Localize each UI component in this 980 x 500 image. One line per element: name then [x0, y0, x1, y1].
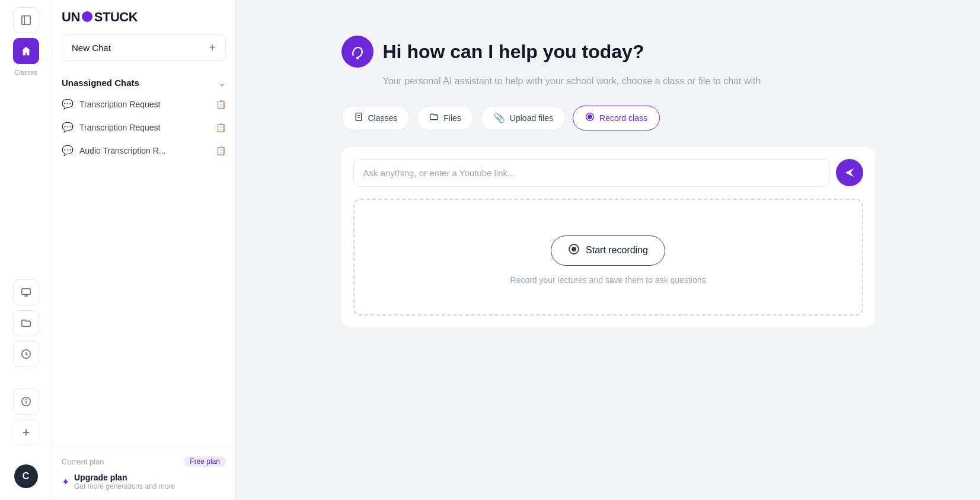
plus-icon: + [209, 41, 216, 55]
list-item[interactable]: 💬 Transcription Request 📋 [52, 93, 235, 116]
upgrade-subtitle: Get more generations and more [74, 482, 175, 491]
upgrade-title: Upgrade plan [74, 473, 175, 482]
recording-subtitle: Record your lectures and save them to as… [510, 275, 706, 285]
chat-input[interactable] [353, 159, 830, 187]
chat-action-icon: 📋 [216, 100, 226, 109]
upgrade-row[interactable]: ✦ Upgrade plan Get more generations and … [62, 473, 226, 491]
logo: UNSTUCK [62, 9, 226, 25]
sidebar: UNSTUCK New Chat + Unassigned Chats ⌄ 💬 … [52, 0, 236, 500]
chat-item-left: 💬 Audio Transcription R... [62, 145, 216, 156]
chat-item-label: Transcription Request [79, 123, 160, 132]
chat-item-label: Audio Transcription R... [79, 146, 166, 155]
list-item[interactable]: 💬 Transcription Request 📋 [52, 116, 235, 139]
chat-bubble-icon: 💬 [62, 122, 74, 133]
new-chat-button[interactable]: New Chat + [62, 34, 226, 61]
record-class-icon [585, 112, 595, 124]
chat-item-label: Transcription Request [79, 100, 160, 109]
unassigned-chats-title: Unassigned Chats [62, 78, 139, 88]
monitor-button[interactable] [13, 279, 39, 305]
logo-icon [82, 11, 92, 22]
chat-action-icon: 📋 [216, 123, 226, 132]
upload-files-label: Upload files [510, 113, 553, 123]
greeting-title: Hi how can I help you today? [383, 41, 644, 63]
logo-text-stuck: STUCK [94, 9, 138, 25]
svg-point-17 [572, 247, 576, 251]
upload-files-action-button[interactable]: 📎 Upload files [481, 106, 566, 130]
svg-point-8 [25, 399, 26, 400]
action-bar: Classes Files 📎 Upload files [341, 106, 875, 130]
upgrade-text: Upgrade plan Get more generations and mo… [74, 473, 175, 491]
current-plan-label: Current plan [62, 457, 104, 466]
main-content: Hi how can I help you today? Your person… [236, 0, 980, 500]
svg-rect-11 [356, 113, 362, 120]
classes-label: Classes [14, 69, 37, 76]
classes-action-button[interactable]: Classes [341, 106, 410, 130]
icon-bar: Classes C [0, 0, 52, 500]
unassigned-chats-header: Unassigned Chats ⌄ [52, 71, 235, 93]
folder-button[interactable] [13, 310, 39, 336]
chat-list: 💬 Transcription Request 📋 💬 Transcriptio… [52, 93, 235, 446]
chevron-down-icon[interactable]: ⌄ [219, 78, 226, 88]
main-inner: Hi how can I help you today? Your person… [341, 36, 875, 327]
avatar-letter: C [23, 471, 30, 482]
classes-action-label: Classes [368, 113, 398, 123]
sidebar-toggle-button[interactable] [13, 7, 39, 33]
history-button[interactable] [13, 341, 39, 367]
svg-point-15 [588, 114, 592, 118]
free-plan-badge: Free plan [184, 456, 226, 467]
new-chat-label: New Chat [72, 43, 111, 53]
record-class-action-button[interactable]: Record class [573, 106, 660, 130]
svg-rect-0 [21, 16, 30, 24]
home-button[interactable] [13, 38, 39, 64]
send-button[interactable] [836, 159, 863, 186]
sidebar-header: UNSTUCK New Chat + [52, 9, 235, 71]
upload-icon: 📎 [493, 112, 505, 123]
chat-bubble-icon: 💬 [62, 145, 74, 156]
files-icon [429, 112, 439, 124]
info-button[interactable] [13, 388, 39, 415]
svg-rect-2 [21, 289, 30, 295]
greeting-logo-icon [341, 36, 374, 68]
logo-text-un: UN [62, 9, 80, 25]
record-circle-icon [568, 243, 580, 258]
chat-item-left: 💬 Transcription Request [62, 122, 216, 133]
current-plan-row: Current plan Free plan [62, 456, 226, 467]
chat-item-left: 💬 Transcription Request [62, 98, 216, 110]
upgrade-sparkle-icon: ✦ [62, 476, 69, 488]
user-avatar[interactable]: C [14, 464, 38, 488]
input-row [353, 159, 863, 187]
chat-area: Start recording Record your lectures and… [341, 147, 875, 327]
greeting-subtitle: Your personal AI assistant to help with … [383, 74, 875, 89]
recording-area: Start recording Record your lectures and… [353, 199, 863, 316]
record-class-label: Record class [599, 113, 647, 123]
classes-icon [354, 112, 363, 124]
sidebar-footer: Current plan Free plan ✦ Upgrade plan Ge… [52, 446, 235, 500]
add-class-button[interactable] [13, 419, 39, 445]
list-item[interactable]: 💬 Audio Transcription R... 📋 [52, 139, 235, 162]
greeting-row: Hi how can I help you today? [341, 36, 875, 68]
start-recording-label: Start recording [586, 245, 648, 256]
files-action-label: Files [443, 113, 461, 123]
files-action-button[interactable]: Files [417, 106, 474, 130]
chat-bubble-icon: 💬 [62, 98, 74, 110]
start-recording-button[interactable]: Start recording [551, 235, 665, 266]
chat-action-icon: 📋 [216, 146, 226, 155]
